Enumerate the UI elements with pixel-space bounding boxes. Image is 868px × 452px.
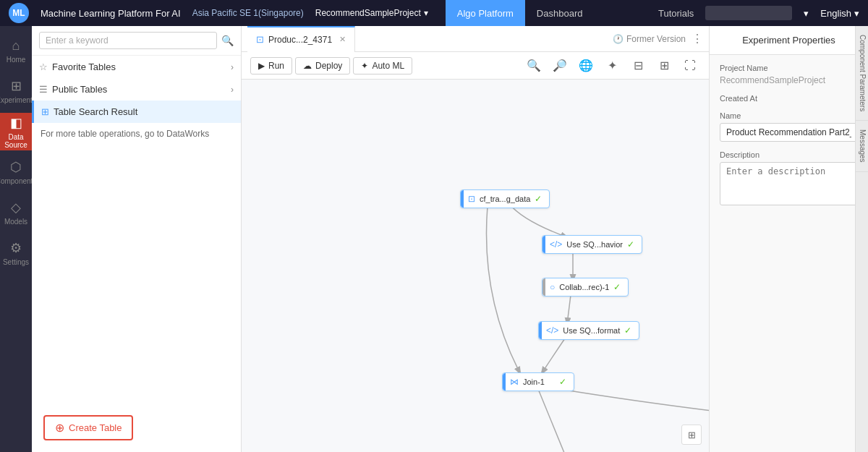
more-options-icon[interactable]: ⋮	[692, 32, 703, 46]
nav-tab-algo[interactable]: Algo Platform	[446, 0, 525, 26]
search-icon[interactable]: 🔍	[221, 35, 234, 46]
tab-file-icon: ⊡	[256, 34, 264, 45]
node-label-join-1: Join-1	[523, 378, 545, 386]
dataworks-hint-text: For more table operations, go to DataWor…	[41, 129, 209, 139]
zoom-out-icon[interactable]: 🔎	[550, 56, 570, 76]
created-at-label: Created At	[720, 94, 858, 103]
name-input[interactable]	[720, 123, 858, 142]
toolbar-right: 🔍 🔎 🌐 ✦ ⊟ ⊞ ⛶	[524, 56, 700, 76]
language-selector[interactable]: English ▾	[820, 8, 859, 19]
components-icon: ⬡	[10, 159, 22, 175]
minimap-icon: ⊞	[688, 430, 696, 440]
experiment-properties-header: Experiment Properties	[710, 26, 868, 55]
check-icon: ✓	[613, 282, 621, 292]
experiment-properties-body: Project Name RecommendSampleProject Crea…	[710, 55, 868, 452]
keyword-search-input[interactable]	[39, 32, 217, 49]
experiments-icon: ⊞	[11, 78, 22, 94]
node-sql2-icon: </>	[546, 325, 558, 336]
automl-button[interactable]: ✦ Auto ML	[353, 57, 412, 74]
table-search-icon: ⊞	[41, 106, 49, 117]
project-name-value: RecommendSampleProject	[720, 75, 858, 85]
check-icon: ✓	[559, 377, 566, 387]
sidebar-item-components[interactable]: ⬡ Components	[0, 153, 32, 191]
toolbar: ▶ Run ☁ Deploy ✦ Auto ML 🔍 🔎 🌐 ✦ ⊟	[242, 52, 709, 80]
star-icon: ☆	[39, 61, 48, 72]
favorite-tables-chevron-icon: ›	[231, 62, 234, 72]
tutorials-link[interactable]: Tutorials	[658, 8, 694, 19]
sidebar-item-experiments[interactable]: ⊞ Experiments	[0, 72, 32, 110]
tab-bar: ⊡ Produc...2_4371 ✕ 🕐 Former Version ⋮	[242, 26, 709, 52]
project-name-row: Project Name RecommendSampleProject	[720, 64, 858, 85]
app-title: Machine Learning Platform For AI	[41, 8, 181, 19]
favorite-tables-header[interactable]: ☆ Favorite Tables ›	[32, 56, 241, 78]
star-tool-icon[interactable]: ✦	[602, 56, 622, 76]
node-collab-rec-1[interactable]: ○ Collab...rec)-1 ✓	[542, 278, 629, 297]
node-data-icon: ⊡	[468, 194, 475, 204]
main-content: ⊡ Produc...2_4371 ✕ 🕐 Former Version ⋮ ▶…	[242, 26, 709, 452]
sidebar-item-models[interactable]: ◇ Models	[0, 194, 32, 231]
app-logo: ML	[9, 3, 29, 23]
created-at-row: Created At	[720, 94, 858, 103]
nav-tabs: Algo Platform Dashboard	[446, 0, 595, 26]
description-row: Description	[720, 150, 858, 208]
sidebar-label-components: Components	[0, 177, 36, 185]
automl-label: Auto ML	[372, 61, 404, 71]
models-icon: ◇	[11, 200, 21, 216]
check-icon: ✓	[627, 239, 634, 250]
public-tables-label: Public Tables	[52, 84, 226, 95]
datasource-icon: ◧	[10, 115, 22, 131]
former-version-btn[interactable]: 🕐 Former Version	[613, 34, 686, 44]
description-textarea[interactable]	[720, 162, 858, 205]
node-join-1[interactable]: ⋈ Join-1 ✓	[502, 372, 574, 391]
node-sql-icon: </>	[550, 239, 562, 250]
check-icon: ✓	[535, 194, 542, 204]
deploy-button[interactable]: ☁ Deploy	[295, 57, 350, 74]
nav-tab-dashboard[interactable]: Dashboard	[525, 0, 595, 26]
deploy-icon: ☁	[303, 61, 312, 71]
project-selector[interactable]: RecommendSampleProject ▾	[315, 8, 428, 18]
minimap-button[interactable]: ⊞	[681, 425, 702, 445]
sidebar-item-datasource[interactable]: ◧ Data Source	[0, 113, 32, 150]
top-nav: ML Machine Learning Platform For AI Asia…	[0, 0, 868, 26]
tab-close-icon[interactable]: ✕	[339, 35, 346, 44]
left-panel: 🔍 ☆ Favorite Tables › ☰ Public Tables › …	[32, 26, 242, 452]
node-use-sq-format[interactable]: </> Use SQ...format ✓	[538, 321, 639, 340]
side-tab-messages[interactable]: Messages	[856, 121, 868, 172]
table-search-result[interactable]: ⊞ Table Search Result	[32, 101, 241, 123]
node-cf-tra-g-data[interactable]: ⊡ cf_tra...g_data ✓	[460, 189, 550, 208]
project-chevron-icon: ▾	[424, 8, 428, 18]
node-use-sq-havior[interactable]: </> Use SQ...havior ✓	[542, 235, 642, 254]
grid-view-icon[interactable]: ⊟	[628, 56, 648, 76]
sidebar-item-settings[interactable]: ⚙ Settings	[0, 234, 32, 272]
automl-icon: ✦	[361, 61, 368, 71]
language-label: English	[820, 8, 851, 19]
sidebar-item-home[interactable]: ⌂ Home	[0, 32, 32, 69]
public-tables-header[interactable]: ☰ Public Tables ›	[32, 78, 241, 101]
node-label-use-sq-format: Use SQ...format	[563, 326, 620, 335]
top-search-input[interactable]	[705, 6, 792, 20]
node-label-collab-rec-1: Collab...rec)-1	[559, 283, 609, 291]
name-row: Name	[720, 111, 858, 142]
run-button[interactable]: ▶ Run	[250, 57, 292, 74]
globe-icon[interactable]: 🌐	[576, 56, 596, 76]
table-search-result-label: Table Search Result	[54, 106, 137, 117]
main-tab[interactable]: ⊡ Produc...2_4371 ✕	[247, 26, 355, 52]
create-table-button[interactable]: ⊕ Create Table	[43, 415, 133, 440]
canvas-area: ⊡ cf_tra...g_data ✓ </> Use SQ...havior …	[242, 80, 709, 452]
description-label: Description	[720, 150, 858, 159]
settings-icon: ⚙	[10, 240, 22, 256]
tab-label: Produc...2_4371	[268, 35, 332, 45]
run-label: Run	[268, 61, 284, 71]
sidebar-label-settings: Settings	[3, 258, 29, 266]
list-icon: ☰	[39, 84, 48, 95]
home-icon: ⌂	[12, 38, 20, 54]
right-panel: Experiment Properties Project Name Recom…	[709, 26, 868, 452]
fullscreen-icon[interactable]: ⛶	[680, 56, 700, 76]
plus-icon: ⊕	[55, 421, 64, 435]
list-view-icon[interactable]: ⊞	[654, 56, 674, 76]
side-tab-component-params[interactable]: Component Parameters	[856, 26, 868, 121]
zoom-in-icon[interactable]: 🔍	[524, 56, 544, 76]
public-tables-chevron-icon: ›	[231, 85, 234, 95]
search-dropdown-icon[interactable]: ▾	[804, 8, 809, 19]
project-name-label: Project Name	[720, 64, 858, 72]
